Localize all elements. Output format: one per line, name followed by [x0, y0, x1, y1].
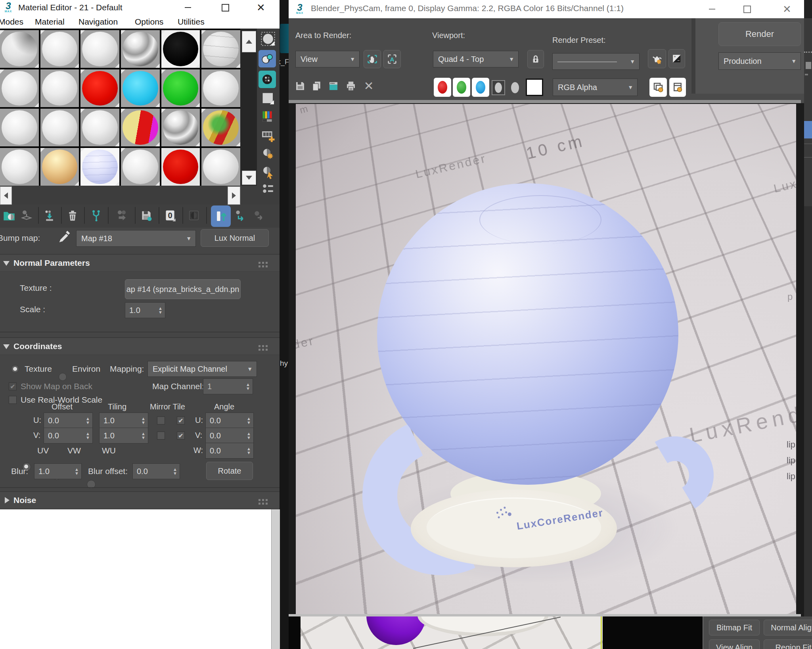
sample-uv-tiling-button[interactable]	[259, 90, 277, 107]
scroll-left-button[interactable]	[0, 186, 12, 205]
close-button[interactable]: ✕	[250, 0, 272, 15]
normal-parameters-header[interactable]: Normal Parameters	[0, 254, 280, 272]
v-tile-checkbox[interactable]: ✔	[177, 432, 185, 440]
show-map-on-back-label[interactable]: Show Map on Back	[21, 382, 92, 391]
texture-radio-label[interactable]: Texture	[25, 364, 52, 374]
display-channel-dropdown[interactable]: RGB Alpha▼	[553, 79, 638, 96]
area-to-render-dropdown[interactable]: View▼	[295, 51, 360, 67]
material-sample-slot-16[interactable]	[121, 109, 160, 146]
view-align-button[interactable]: View Align	[709, 639, 760, 649]
background-button[interactable]	[259, 71, 276, 88]
clear-image-button[interactable]: ✕	[362, 78, 376, 94]
u-tile-checkbox[interactable]: ✔	[177, 417, 185, 424]
copy-image-button[interactable]	[310, 79, 324, 93]
render-setup-button[interactable]	[648, 49, 666, 68]
rendered-image[interactable]: m LuxRender 10 cm Lux der p LuxRender li…	[296, 104, 796, 614]
material-sample-slot-20[interactable]	[40, 148, 79, 186]
background-viewport-strip[interactable]	[301, 616, 603, 649]
show-map-on-back-checkbox[interactable]: ✔	[9, 382, 17, 390]
spinner-arrows-icon[interactable]: ▲▼	[158, 306, 165, 314]
background-color-swatch[interactable]	[526, 79, 543, 96]
environment-exposure-button[interactable]: +−	[668, 49, 685, 68]
u-offset-spinner[interactable]: 0.0▲▼	[44, 413, 93, 428]
render-button[interactable]: Render	[718, 22, 801, 46]
menu-utilities[interactable]: Utilities	[178, 17, 205, 27]
u-angle-spinner[interactable]: 0.0▲▼	[205, 413, 254, 428]
material-sample-slot-10[interactable]	[121, 69, 160, 107]
go-back-button[interactable]	[252, 209, 266, 222]
region-fit-button[interactable]: Region Fit	[764, 639, 812, 649]
uv-radio-label[interactable]: UV	[37, 446, 49, 455]
put-material-to-scene-button[interactable]	[20, 209, 33, 222]
use-real-world-scale-checkbox[interactable]	[9, 396, 17, 404]
scroll-right-button[interactable]	[228, 186, 240, 205]
map-channel-spinner[interactable]: 1 ▲▼	[203, 378, 253, 394]
material-sample-slot-23[interactable]	[161, 148, 200, 186]
w-angle-spinner[interactable]: 0.0▲▼	[205, 443, 254, 459]
make-unique-button[interactable]	[90, 209, 103, 222]
material-sample-slot-21-selected[interactable]	[80, 148, 119, 186]
noise-header[interactable]: Noise	[0, 491, 280, 509]
material-sample-slot-17[interactable]	[161, 109, 200, 146]
material-sample-slot-1[interactable]	[0, 30, 39, 68]
u-tiling-spinner[interactable]: 1.0▲▼	[99, 413, 148, 428]
material-sample-slot-6[interactable]	[201, 30, 240, 68]
menu-modes[interactable]: Modes	[0, 17, 23, 27]
coordinates-header[interactable]: Coordinates	[0, 337, 280, 355]
render-mode-dropdown[interactable]: Production▼	[718, 52, 801, 70]
vw-radio-label[interactable]: VW	[67, 446, 81, 455]
scale-spinner[interactable]: 1.0 ▲▼	[125, 302, 165, 318]
material-sample-slot-8[interactable]	[40, 69, 79, 107]
material-sample-slot-15[interactable]	[80, 109, 119, 146]
clone-rendered-frame-button[interactable]	[327, 79, 340, 93]
rotate-button[interactable]: Rotate	[206, 462, 253, 480]
bitmap-fit-button[interactable]: Bitmap Fit	[709, 620, 760, 636]
material-sample-slot-2[interactable]	[40, 30, 79, 68]
backlight-button[interactable]	[259, 50, 276, 67]
save-image-button[interactable]	[293, 79, 307, 93]
monochrome-channel-toggle[interactable]	[492, 80, 505, 95]
material-sample-slot-9[interactable]	[80, 69, 119, 107]
red-channel-toggle[interactable]	[434, 78, 451, 97]
map-type-button[interactable]: Lux Normal	[201, 229, 269, 247]
go-forward-sibling-button[interactable]	[234, 209, 247, 222]
edit-region-button[interactable]	[364, 50, 381, 68]
maximize-button[interactable]	[736, 2, 758, 17]
save-layers-button[interactable]	[669, 78, 686, 97]
get-material-button[interactable]	[2, 209, 16, 222]
material-sample-slot-7[interactable]	[0, 69, 39, 107]
material-sample-slot-3[interactable]	[80, 30, 119, 68]
viewport-dropdown[interactable]: Quad 4 - Top▼	[433, 51, 519, 67]
material-sample-slot-4[interactable]	[121, 30, 160, 68]
alpha-channel-toggle[interactable]	[509, 81, 521, 94]
material-sample-slot-5[interactable]	[161, 30, 200, 68]
wu-radio-label[interactable]: WU	[102, 446, 116, 455]
print-image-button[interactable]	[344, 79, 358, 93]
auto-region-button[interactable]: A	[383, 50, 401, 68]
texture-map-button[interactable]: ap #14 (spnza_bricks_a_ddn.pn	[125, 279, 241, 299]
options-button[interactable]	[259, 145, 277, 163]
rollout-scrollbar[interactable]	[271, 509, 280, 649]
v-tiling-spinner[interactable]: 1.0▲▼	[99, 428, 148, 444]
material-sample-slot-22[interactable]	[121, 148, 160, 186]
texture-radio[interactable]	[11, 365, 19, 373]
v-offset-spinner[interactable]: 0.0▲▼	[44, 428, 93, 444]
make-copy-button[interactable]	[115, 209, 128, 222]
environ-radio[interactable]	[59, 373, 67, 381]
blue-channel-toggle[interactable]	[472, 78, 489, 97]
lock-viewport-button[interactable]	[527, 50, 544, 68]
scroll-down-button[interactable]	[242, 171, 256, 185]
material-sample-slot-14[interactable]	[40, 109, 79, 146]
scroll-up-button[interactable]	[242, 31, 256, 52]
v-mirror-checkbox[interactable]	[157, 432, 165, 440]
video-color-check-button[interactable]	[259, 108, 277, 125]
material-id-channel-button[interactable]: 0	[163, 209, 177, 222]
menu-options[interactable]: Options	[135, 17, 163, 27]
show-map-in-viewport-button[interactable]	[187, 209, 201, 222]
render-window-titlebar[interactable]: 3MAX Blender_PhysCam, frame 0, Display G…	[289, 0, 804, 18]
material-map-navigator-button[interactable]	[259, 180, 277, 198]
bump-map-dropdown[interactable]: Map #18▼	[76, 230, 196, 247]
assign-material-button[interactable]	[43, 209, 56, 222]
minimize-button[interactable]	[177, 0, 199, 15]
green-channel-toggle[interactable]	[453, 78, 470, 97]
